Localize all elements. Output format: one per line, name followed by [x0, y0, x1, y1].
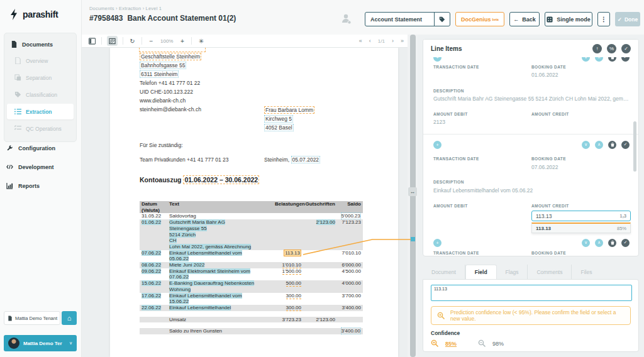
percent-icon[interactable]: % — [607, 44, 616, 53]
table-row[interactable]: 22.06.22 Einkauf Lebensmittelhandel 300.… — [140, 305, 363, 311]
doc-letterhead-line[interactable]: Geschäftstelle Steinheim — [140, 53, 201, 60]
tag-icon — [14, 91, 21, 98]
refresh-button[interactable]: ↻ — [128, 37, 136, 45]
thumbnails-toggle-button[interactable] — [88, 37, 96, 45]
tab-field[interactable]: Field — [465, 265, 497, 279]
move-up-icon[interactable]: ∧ — [595, 239, 603, 247]
last-page-button[interactable]: » — [401, 38, 404, 44]
doc-statement-period[interactable]: 01.06.2022 – 30.06.2022 — [183, 175, 259, 184]
statement-table[interactable]: Datum(Valuta) Text Belastungen Gutschrif… — [140, 201, 363, 334]
table-row[interactable]: 07.06.22 Einkauf Lebensmittelhandel vom0… — [140, 250, 363, 262]
sidebar-item-qc-operations[interactable]: QC Operations — [7, 121, 74, 136]
parashift-logo[interactable]: parashift — [9, 9, 58, 20]
move-down-icon[interactable]: ∨ — [582, 141, 590, 149]
single-mode-button[interactable]: Single mode — [545, 12, 592, 26]
viewer-canvas[interactable]: Geschäftstelle Steinheim Bahnhofsgasse 5… — [82, 48, 410, 357]
resize-handle-icon[interactable]: ↔ — [408, 187, 417, 196]
pane-divider[interactable]: ↔ — [408, 35, 418, 357]
breadcrumb[interactable]: Documents › Extraction › Level 1 — [89, 6, 162, 11]
magnifier-minus-icon — [478, 339, 486, 348]
table-row[interactable]: 01.06.22 Gutschrift Maria Bahr AGSteinen… — [140, 219, 363, 250]
tab-flags[interactable]: Flags — [497, 265, 528, 279]
tab-files[interactable]: Files — [572, 265, 601, 279]
doc-letterhead-line[interactable]: steinheim@diebank-ch.ch — [140, 106, 201, 113]
confirm-icon[interactable]: ✓ — [621, 57, 630, 62]
confirm-icon[interactable]: ✓ — [621, 239, 630, 247]
add-row-icon[interactable]: + — [433, 141, 441, 149]
sidebar-item-configuration[interactable]: Configuration — [6, 145, 55, 151]
line-items-scrollbar[interactable] — [633, 121, 636, 172]
tenant-switch-button[interactable]: ⌂ — [62, 311, 77, 325]
tab-comments[interactable]: Comments — [528, 265, 572, 279]
sidebar-configuration-label: Configuration — [18, 145, 55, 151]
amount-debit-value[interactable]: 2123 — [433, 119, 445, 125]
zoom-out-button[interactable]: − — [147, 37, 155, 45]
docgenius-button[interactable]: DocGeniusbeta — [455, 12, 504, 26]
sidebar-item-classification[interactable]: Classification — [7, 87, 74, 102]
confirm-all-icon[interactable]: ✓ — [621, 44, 631, 53]
doc-recipient-line[interactable]: 4052 Basel — [264, 124, 294, 131]
next-page-button[interactable]: › — [392, 38, 394, 44]
fit-page-button[interactable]: ✳ — [197, 37, 205, 45]
sidebar-item-separation[interactable]: Separation — [7, 70, 74, 85]
table-row[interactable]: 17.06.22 Einkauf Lebensmittelhandel vom1… — [140, 293, 363, 305]
sidebar-item-overview[interactable]: Overview — [7, 53, 74, 69]
amount-credit-input[interactable]: 113.13 1₂3 — [531, 211, 631, 221]
tenant-input[interactable]: Mattia Demo Tenant — [4, 311, 60, 325]
line-items-scroll-area[interactable]: + ∨ ∧ ✓ TRANSACTION DATE BOOKING DATE 01… — [423, 57, 638, 256]
annotations-toggle-button[interactable] — [107, 36, 118, 46]
add-row-icon[interactable]: + — [433, 57, 441, 62]
doc-letterhead-line[interactable]: Telefon +41 41 777 01 22 — [140, 80, 200, 86]
table-row[interactable]: 09.06.22 Einkauf Elektromarkt Steinheim … — [140, 268, 363, 280]
document-page[interactable]: Geschäftstelle Steinheim Bahnhofsgasse 5… — [110, 48, 398, 357]
user-menu-button[interactable]: Mattia Demo Ter ∨ — [4, 335, 77, 351]
doc-recipient-line[interactable]: Frau Barbara Lomm — [264, 106, 314, 114]
sidebar-item-extraction[interactable]: Extraction — [7, 104, 74, 119]
first-page-button[interactable]: « — [359, 38, 362, 44]
add-row-icon[interactable]: + — [433, 239, 441, 247]
selected-amount-value[interactable]: 113.13 — [284, 250, 301, 256]
doc-letterhead-line[interactable]: Bahnhofsgasse 55 — [140, 62, 186, 69]
doc-date[interactable]: 05.07.2022 — [291, 156, 321, 163]
table-row[interactable]: 08.06.22 Miete Juni 2022 1'010.10 6'000.… — [140, 262, 363, 268]
move-down-icon[interactable]: ∨ — [582, 239, 590, 247]
booking-date-value[interactable]: 01.06.2022 — [531, 72, 558, 78]
table-row[interactable]: 15.06.22 E-Banking Dauerauftrag Nebenkos… — [140, 280, 363, 292]
line-items-card: Line Items ↑ % ✓ + ∨ ∧ ✓ — [423, 39, 639, 256]
confidence-primary[interactable]: 85% — [445, 341, 457, 347]
doc-responsible-team[interactable]: Team Privatkunden +41 41 777 01 23 — [140, 157, 229, 163]
field-value-input[interactable]: 113.13 — [431, 285, 632, 301]
confirm-icon[interactable]: ✓ — [621, 141, 630, 149]
move-up-icon[interactable]: ∧ — [595, 141, 603, 149]
tab-document[interactable]: Document — [423, 265, 465, 279]
delete-icon[interactable] — [608, 141, 616, 149]
sidebar-item-documents[interactable]: Documents — [7, 37, 74, 52]
document-type-field[interactable]: Account Statement — [365, 12, 450, 26]
description-value[interactable]: Gutschrift Maria Bahr AG Steinengasse 55… — [433, 96, 631, 102]
sidebar-item-reports[interactable]: Reports — [6, 182, 40, 189]
delete-icon[interactable] — [608, 57, 616, 62]
tag-button[interactable] — [434, 13, 450, 26]
doc-letterhead-line[interactable]: UID CHE-100.123.222 — [140, 89, 193, 95]
confidence-secondary[interactable]: 98% — [492, 341, 504, 347]
table-row[interactable]: 31.05.22 Saldovortag 5'000.23 — [140, 213, 363, 219]
move-down-icon[interactable]: ∨ — [582, 57, 590, 62]
delete-icon[interactable] — [608, 239, 616, 247]
move-up-icon[interactable]: ∧ — [595, 57, 603, 62]
wrench-icon — [6, 145, 13, 151]
booking-date-value[interactable]: 07.06.2022 — [531, 164, 558, 170]
suggestion-dropdown-item[interactable]: 113.13 85% — [531, 222, 631, 233]
doc-recipient-line[interactable]: Kirchweg 5 — [264, 115, 293, 123]
number-type-icon: 1₂3 — [619, 214, 626, 218]
assign-user-icon[interactable] — [340, 11, 353, 26]
back-button[interactable]: ← Back — [509, 12, 540, 26]
doc-letterhead-line[interactable]: www.diebank-ch.ch — [140, 97, 186, 104]
description-value[interactable]: Einkauf Lebensmittelhandel vom 05.06.22 — [433, 187, 533, 194]
upload-icon[interactable]: ↑ — [592, 44, 602, 53]
sidebar-item-development[interactable]: Development — [6, 163, 54, 170]
zoom-in-button[interactable]: + — [178, 37, 186, 45]
prev-page-button[interactable]: ‹ — [369, 38, 371, 44]
doc-letterhead-line[interactable]: 6311 Steinheim — [140, 70, 179, 78]
more-options-button[interactable]: ⋮ — [597, 12, 610, 26]
done-button[interactable]: ✓ Done — [615, 12, 640, 26]
